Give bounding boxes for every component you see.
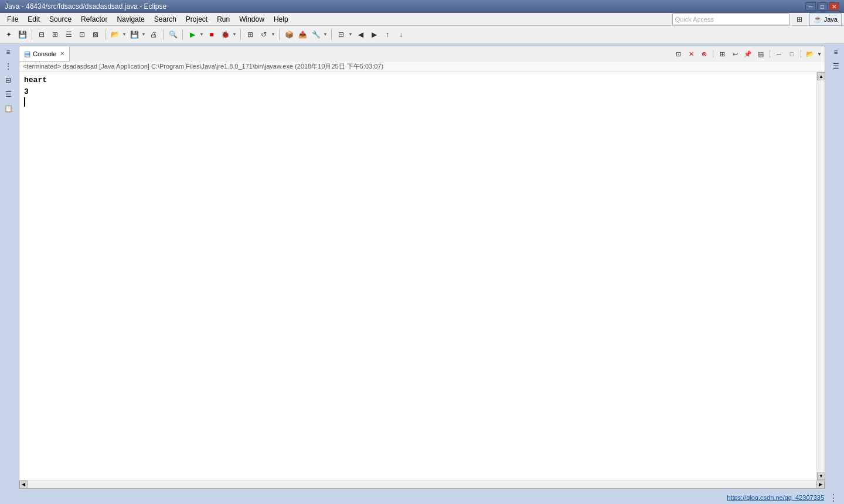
toolbar-group-history: ⊟ ▼ ◀ ▶ ↑ ↓ bbox=[335, 28, 407, 41]
console-pin-btn[interactable]: 📌 bbox=[742, 48, 754, 60]
toolbar-more-3[interactable]: 🔧 bbox=[309, 28, 322, 41]
console-cursor bbox=[24, 97, 25, 107]
console-open-console-btn[interactable]: ▤ bbox=[755, 48, 767, 60]
toolbar-more-1[interactable]: 📦 bbox=[283, 28, 295, 41]
toolbar-separator-5 bbox=[240, 29, 241, 40]
toolbar-group-file: ✦ 💾 bbox=[2, 28, 29, 41]
toolbar-group-misc: ⊞ ↺ ▼ bbox=[244, 28, 276, 41]
toolbar-hist-1[interactable]: ⊟ bbox=[335, 28, 348, 41]
console-stop-btn-2[interactable]: ⊗ bbox=[698, 48, 710, 60]
console-stop-btn[interactable]: ✕ bbox=[685, 48, 697, 60]
toolbar-open-arrow[interactable]: ▼ bbox=[121, 28, 127, 41]
toolbar-misc-2-arrow[interactable]: ▼ bbox=[270, 28, 276, 41]
console-vertical-scrollbar[interactable]: ▲ ▼ bbox=[816, 72, 825, 480]
console-view-menu-btn[interactable]: 📂 bbox=[804, 48, 816, 60]
toolbar-misc-2[interactable]: ↺ bbox=[257, 28, 270, 41]
console-word-wrap-btn[interactable]: ↩ bbox=[729, 48, 741, 60]
console-view-menu-arrow[interactable]: ▼ bbox=[816, 48, 822, 60]
sidebar-icon-1[interactable]: ≡ bbox=[2, 46, 15, 59]
toolbar-btn-3[interactable]: ⊞ bbox=[49, 28, 62, 41]
toolbar-run-arrow[interactable]: ▼ bbox=[199, 28, 205, 41]
scroll-up-btn[interactable]: ▲ bbox=[817, 72, 825, 80]
console-body: heart 3 ▲ ▼ bbox=[19, 72, 825, 480]
sidebar-icon-3[interactable]: ⊟ bbox=[2, 74, 15, 87]
toolbar-save-btn-2[interactable]: 💾 bbox=[128, 28, 141, 41]
toolbar-separator-7 bbox=[331, 29, 332, 40]
toolbar-btn-5[interactable]: ⊡ bbox=[76, 28, 89, 41]
toolbar-save-button[interactable]: 💾 bbox=[16, 28, 29, 41]
close-button[interactable]: ✕ bbox=[829, 2, 839, 11]
toolbar-save-arrow[interactable]: ▼ bbox=[141, 28, 147, 41]
toolbar-more-2[interactable]: 📤 bbox=[296, 28, 309, 41]
toolbar-misc-1[interactable]: ⊞ bbox=[244, 28, 257, 41]
menu-source[interactable]: Source bbox=[45, 14, 76, 25]
toolbar-hist-1-arrow[interactable]: ▼ bbox=[348, 28, 353, 41]
menu-run[interactable]: Run bbox=[212, 14, 234, 25]
console-tab[interactable]: ▤ Console ✕ bbox=[19, 46, 70, 61]
menu-help[interactable]: Help bbox=[269, 14, 293, 25]
minimize-button[interactable]: ─ bbox=[805, 2, 816, 11]
toolbar-btn-2[interactable]: ⊟ bbox=[35, 28, 48, 41]
toolbar-btn-6[interactable]: ⊠ bbox=[89, 28, 102, 41]
console-maximize-btn[interactable]: □ bbox=[786, 48, 798, 60]
scroll-left-btn[interactable]: ◀ bbox=[19, 481, 28, 489]
menu-window[interactable]: Window bbox=[234, 14, 269, 25]
console-tab-close[interactable]: ✕ bbox=[60, 50, 64, 57]
toolbar-up-btn[interactable]: ↑ bbox=[381, 28, 394, 41]
scroll-track[interactable] bbox=[817, 80, 825, 472]
java-perspective-button[interactable]: ☕ Java bbox=[809, 13, 842, 26]
right-sidebar-icon-1[interactable]: ≡ bbox=[829, 46, 842, 59]
toolbar-hist-1-group: ⊟ ▼ bbox=[335, 28, 353, 41]
toolbar-forward-btn[interactable]: ▶ bbox=[367, 28, 380, 41]
console-scroll-lock-btn[interactable]: ⊞ bbox=[716, 48, 728, 60]
sidebar-icon-2[interactable]: ⋮ bbox=[2, 60, 15, 73]
menu-navigate[interactable]: Navigate bbox=[112, 14, 149, 25]
sidebar-icon-5[interactable]: 📋 bbox=[2, 102, 15, 115]
menu-project[interactable]: Project bbox=[181, 14, 212, 25]
quick-access-input[interactable]: Quick Access bbox=[672, 13, 789, 25]
main-layout: ≡ ⋮ ⊟ ☰ 📋 ▤ Console ✕ ⊡ ✕ bbox=[0, 43, 844, 491]
toolbar-separator-2 bbox=[105, 29, 106, 40]
console-tab-label: Console bbox=[33, 50, 56, 57]
menu-edit[interactable]: Edit bbox=[23, 14, 45, 25]
toolbar-separator-1 bbox=[32, 29, 32, 40]
toolbar-run-btn[interactable]: ▶ bbox=[186, 28, 199, 41]
console-sep-3 bbox=[801, 50, 801, 58]
title-bar: Java - 46434/src/fdsacsd/dsadasdsad.java… bbox=[0, 0, 844, 13]
console-status-bar: <terminated> dsadasdsad [Java Applicatio… bbox=[19, 62, 825, 72]
maximize-button[interactable]: □ bbox=[817, 2, 828, 11]
status-bar: https://qloq.csdn.ne/qq_42307335 ⋮ bbox=[0, 491, 844, 504]
toolbar-open-group: 📂 ▼ bbox=[108, 28, 127, 41]
toolbar-debug-btn[interactable]: 🐞 bbox=[219, 28, 232, 41]
toolbar-btn-4[interactable]: ☰ bbox=[62, 28, 75, 41]
toolbar-down-btn[interactable]: ↓ bbox=[394, 28, 407, 41]
center-area: ▤ Console ✕ ⊡ ✕ ⊗ ⊞ ↩ 📌 ▤ ─ bbox=[16, 43, 828, 491]
console-minimize-btn[interactable]: ─ bbox=[773, 48, 785, 60]
sidebar-icon-4[interactable]: ☰ bbox=[2, 88, 15, 101]
toolbar-debug-arrow[interactable]: ▼ bbox=[232, 28, 237, 41]
menu-file[interactable]: File bbox=[2, 14, 23, 25]
toolbar-more-3-arrow[interactable]: ▼ bbox=[322, 28, 328, 41]
console-output: heart 3 bbox=[19, 72, 816, 480]
toolbar-misc-2-group: ↺ ▼ bbox=[257, 28, 276, 41]
menu-bar: File Edit Source Refactor Navigate Searc… bbox=[0, 13, 844, 26]
scroll-down-btn[interactable]: ▼ bbox=[817, 472, 825, 480]
menu-refactor[interactable]: Refactor bbox=[76, 14, 112, 25]
open-perspective-button[interactable]: ⊞ bbox=[792, 13, 807, 26]
toolbar-open-btn[interactable]: 📂 bbox=[108, 28, 121, 41]
console-clear-btn[interactable]: ⊡ bbox=[672, 48, 684, 60]
right-sidebar-icon-2[interactable]: ☰ bbox=[829, 60, 842, 73]
toolbar-group-more: 📦 📤 🔧 ▼ bbox=[283, 28, 328, 41]
toolbar-new-button[interactable]: ✦ bbox=[2, 28, 15, 41]
toolbar-back-btn[interactable]: ◀ bbox=[354, 28, 367, 41]
scroll-right-btn[interactable]: ▶ bbox=[816, 481, 825, 489]
status-url[interactable]: https://qloq.csdn.ne/qq_42307335 bbox=[727, 494, 824, 501]
toolbar-print-btn[interactable]: 🖨 bbox=[147, 28, 160, 41]
menu-search[interactable]: Search bbox=[149, 14, 181, 25]
console-cursor-line bbox=[24, 97, 812, 107]
console-horizontal-scrollbar[interactable]: ◀ ▶ bbox=[19, 480, 825, 488]
toolbar-stop-btn[interactable]: ■ bbox=[205, 28, 218, 41]
java-icon: ☕ bbox=[814, 15, 822, 23]
console-tab-icon: ▤ bbox=[24, 50, 30, 58]
toolbar-search-btn[interactable]: 🔍 bbox=[166, 28, 179, 41]
